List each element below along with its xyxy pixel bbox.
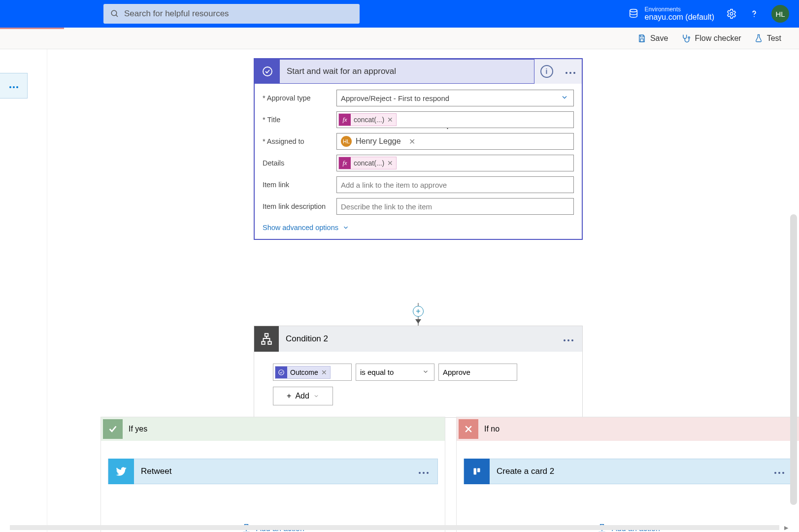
svg-rect-5 <box>640 35 643 37</box>
svg-rect-16 <box>474 468 477 475</box>
global-search[interactable] <box>103 4 360 24</box>
condition-header[interactable]: Condition 2 <box>254 326 582 352</box>
fx-icon: fx <box>339 114 351 126</box>
flow-checker-label: Flow checker <box>695 34 741 43</box>
approval-type-select[interactable]: Approve/Reject - First to respond <box>336 90 574 106</box>
outcome-label: Outcome <box>290 368 318 376</box>
retweet-action-card[interactable]: Retweet <box>108 459 438 484</box>
show-advanced-button[interactable]: Show advanced options <box>263 224 349 232</box>
trello-action-card[interactable]: Create a card 2 <box>464 459 794 484</box>
retweet-title: Retweet <box>134 466 418 476</box>
trello-icon <box>464 459 490 484</box>
remove-token-button[interactable]: ✕ <box>387 116 393 124</box>
vertical-scrollbar[interactable] <box>790 214 797 505</box>
chevron-down-icon <box>422 368 429 376</box>
title-label: * Title <box>263 116 336 124</box>
header-right: Environments enayu.com (default) HL <box>628 5 789 23</box>
add-step-button[interactable]: + <box>413 306 424 317</box>
svg-point-12 <box>279 369 284 375</box>
condition-right-operand[interactable]: Approve <box>438 364 517 381</box>
condition-icon <box>254 326 279 352</box>
svg-point-3 <box>730 12 733 15</box>
svg-line-1 <box>116 15 118 17</box>
approval-action-card: Start and wait for an approval i I * App… <box>254 58 583 240</box>
retweet-menu-button[interactable] <box>418 467 437 476</box>
condition-menu-button[interactable] <box>563 334 582 343</box>
expression-token[interactable]: fx concat(...) ✕ <box>338 157 397 169</box>
item-link-desc-placeholder: Describe the link to the item <box>341 202 432 211</box>
approval-title: Start and wait for an approval <box>280 66 396 76</box>
environment-picker[interactable]: Environments enayu.com (default) <box>628 6 714 22</box>
user-avatar[interactable]: HL <box>771 5 789 23</box>
if-yes-branch: If yes Retweet Add an action <box>100 417 445 532</box>
left-rail <box>0 49 34 532</box>
expression-token[interactable]: fx concat(...) ✕ <box>338 113 397 126</box>
assigned-to-label: * Assigned to <box>263 137 336 145</box>
item-link-input[interactable]: Add a link to the item to approve <box>336 176 574 193</box>
advanced-label: Show advanced options <box>263 224 338 232</box>
chevron-down-icon <box>313 393 319 399</box>
stethoscope-icon <box>681 33 691 43</box>
operator-value: is equal to <box>360 368 394 376</box>
condition-card: Condition 2 Outcome ✕ <box>254 326 583 418</box>
svg-point-7 <box>688 36 690 38</box>
database-icon <box>628 8 639 19</box>
approval-type-value: Approve/Reject - First to respond <box>341 94 449 102</box>
person-chip: HL Henry Legge ✕ <box>341 136 415 147</box>
item-link-desc-input[interactable]: Describe the link to the item <box>336 198 574 215</box>
if-no-branch: If no Create a card 2 Add an action <box>456 417 799 532</box>
add-label: Add <box>295 392 309 400</box>
app-header: Environments enayu.com (default) HL <box>0 0 799 28</box>
approval-card-header[interactable]: Start and wait for an approval i <box>255 59 582 84</box>
svg-point-0 <box>111 10 117 16</box>
approval-icon <box>255 60 280 83</box>
svg-point-2 <box>630 9 637 12</box>
flow-canvas: Start and wait for an approval i I * App… <box>0 49 799 532</box>
horizontal-scrollbar[interactable] <box>10 525 779 530</box>
item-link-label: Item link <box>263 181 336 189</box>
svg-rect-17 <box>477 468 480 472</box>
if-no-header: If no <box>457 417 799 441</box>
test-button[interactable]: Test <box>754 34 781 43</box>
details-label: Details <box>263 159 336 167</box>
command-bar: Save Flow checker Test <box>0 28 799 49</box>
svg-point-4 <box>754 16 755 17</box>
arrow-down-icon <box>415 319 421 324</box>
assigned-to-field[interactable]: HL Henry Legge ✕ <box>336 133 574 150</box>
chevron-down-icon <box>561 94 568 103</box>
remove-token-button[interactable]: ✕ <box>387 159 393 167</box>
scroll-right-arrow-icon[interactable]: ▶ <box>784 525 788 531</box>
remove-token-button[interactable]: ✕ <box>321 368 327 376</box>
help-button[interactable] <box>749 8 760 19</box>
approval-mini-icon <box>275 366 287 378</box>
if-yes-label: If yes <box>125 425 147 433</box>
save-label: Save <box>650 34 668 43</box>
svg-rect-11 <box>268 341 271 344</box>
flow-designer[interactable]: Start and wait for an approval i I * App… <box>47 49 789 532</box>
title-field[interactable]: fx concat(...) ✕ <box>336 111 574 128</box>
outcome-token[interactable]: Outcome ✕ <box>275 366 331 379</box>
remove-person-button[interactable]: ✕ <box>409 137 415 146</box>
svg-rect-10 <box>262 341 265 344</box>
search-input[interactable] <box>124 9 353 19</box>
item-link-placeholder: Add a link to the item to approve <box>341 181 447 189</box>
x-icon <box>459 419 478 439</box>
check-icon <box>103 419 123 439</box>
add-condition-button[interactable]: + Add <box>273 387 333 405</box>
env-label: Environments <box>645 6 714 13</box>
flow-checker-button[interactable]: Flow checker <box>681 33 741 43</box>
search-icon <box>110 9 119 18</box>
condition-operator-select[interactable]: is equal to <box>356 364 434 381</box>
details-field[interactable]: fx concat(...) ✕ <box>336 155 574 171</box>
condition-left-operand[interactable]: Outcome ✕ <box>273 364 352 381</box>
svg-rect-9 <box>265 333 268 336</box>
collapsed-trigger-card[interactable] <box>0 73 28 99</box>
fx-icon: fx <box>339 157 351 169</box>
settings-button[interactable] <box>726 8 737 19</box>
approval-menu-button[interactable] <box>565 67 576 76</box>
help-icon <box>749 8 760 19</box>
if-yes-header: If yes <box>101 417 445 441</box>
save-button[interactable]: Save <box>637 34 668 43</box>
info-button[interactable]: i <box>540 65 553 78</box>
condition-title: Condition 2 <box>279 334 563 344</box>
